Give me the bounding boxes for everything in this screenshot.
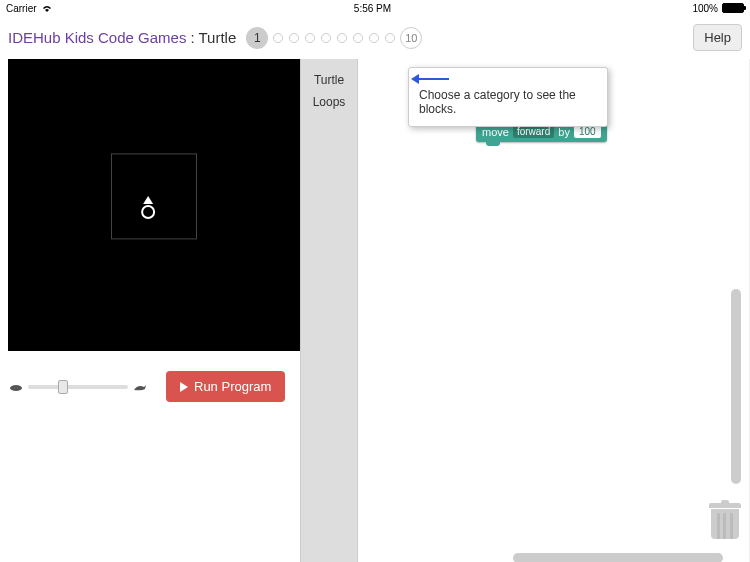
level-dot[interactable] <box>337 33 347 43</box>
help-button[interactable]: Help <box>693 24 742 51</box>
level-dot[interactable] <box>353 33 363 43</box>
status-bar: Carrier 5:56 PM 100% <box>0 0 750 16</box>
carrier-label: Carrier <box>6 3 37 14</box>
controls-row: Run Program <box>8 371 292 402</box>
blockly-workspace[interactable]: Choose a category to see the blocks. mov… <box>358 59 750 562</box>
rabbit-fast-icon <box>132 382 148 392</box>
category-panel: Turtle Loops <box>300 59 358 562</box>
category-turtle[interactable]: Turtle <box>305 69 353 91</box>
category-loops[interactable]: Loops <box>305 91 353 113</box>
level-dot[interactable] <box>385 33 395 43</box>
slider-thumb[interactable] <box>58 380 68 394</box>
tooltip-text: Choose a category to see the blocks. <box>419 88 576 116</box>
trash-icon[interactable] <box>709 503 741 541</box>
block-by-label: by <box>558 126 570 138</box>
clock: 5:56 PM <box>354 3 391 14</box>
level-dot[interactable] <box>289 33 299 43</box>
run-label: Run Program <box>194 379 271 394</box>
turtle-slow-icon <box>8 382 24 392</box>
header: IDEHub Kids Code Games : Turtle 1 10 Hel… <box>0 16 750 59</box>
block-move-label: move <box>482 126 509 138</box>
speed-slider[interactable] <box>28 385 128 389</box>
turtle-cursor <box>141 205 155 219</box>
main: Run Program Turtle Loops Choose a catego… <box>0 59 750 562</box>
battery-icon <box>722 3 744 13</box>
level-dot[interactable] <box>305 33 315 43</box>
level-dot[interactable] <box>369 33 379 43</box>
speed-slider-group <box>8 382 148 392</box>
arrow-left-icon <box>419 78 449 80</box>
horizontal-scrollbar[interactable] <box>513 553 723 562</box>
left-panel: Run Program <box>0 59 300 562</box>
battery-percent: 100% <box>692 3 718 14</box>
target-shape <box>111 153 197 239</box>
play-icon <box>180 382 188 392</box>
level-dot[interactable] <box>321 33 331 43</box>
level-10-pill[interactable]: 10 <box>400 27 422 49</box>
run-program-button[interactable]: Run Program <box>166 371 285 402</box>
svg-point-0 <box>10 385 22 391</box>
wifi-icon <box>41 4 53 12</box>
level-dot[interactable] <box>273 33 283 43</box>
vertical-scrollbar[interactable] <box>731 289 741 484</box>
turtle-canvas <box>8 59 300 351</box>
game-name: : Turtle <box>190 29 236 46</box>
tooltip: Choose a category to see the blocks. <box>408 67 608 127</box>
app-title: IDEHub Kids Code Games <box>8 29 186 46</box>
level-1-pill[interactable]: 1 <box>246 27 268 49</box>
